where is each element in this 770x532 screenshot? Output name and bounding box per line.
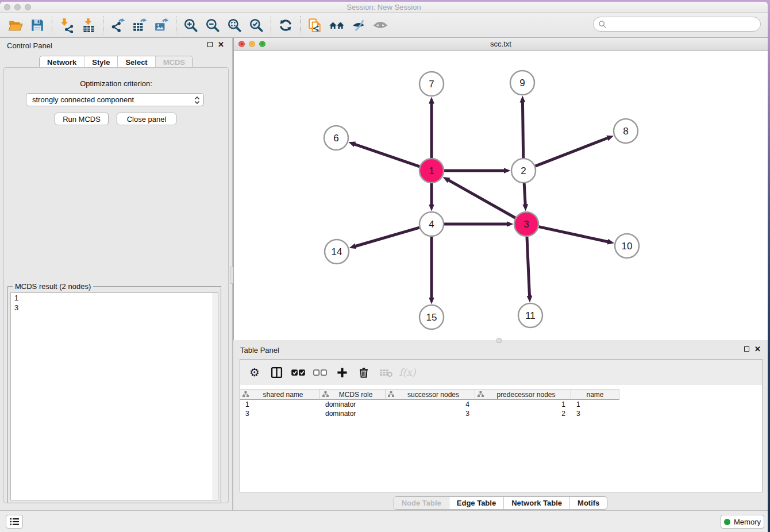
column-header-MCDS-role[interactable]: MCDS role [320, 389, 386, 400]
table-cell[interactable]: dominator [320, 409, 386, 418]
table-cell[interactable]: 1 [571, 400, 619, 409]
mcds-result-title: MCDS result (2 nodes) [13, 282, 93, 291]
table-cell[interactable]: 1 [240, 400, 320, 409]
tab-node-table[interactable]: Node Table [394, 497, 449, 509]
close-table-panel-icon[interactable]: ✕ [754, 346, 761, 352]
table-rows: 1dominator4113dominator323 [240, 400, 762, 418]
float-table-panel-icon[interactable] [744, 346, 749, 352]
run-mcds-button[interactable]: Run MCDS [55, 113, 109, 125]
close-panel-icon[interactable]: ✕ [218, 41, 224, 48]
export-network-icon[interactable] [107, 15, 129, 36]
table-cell[interactable]: 3 [240, 409, 320, 418]
criterion-dropdown[interactable]: strongly connected component [26, 93, 204, 106]
export-table-icon[interactable] [129, 15, 151, 36]
mcds-result-value[interactable]: 3 [11, 303, 218, 313]
tab-motifs[interactable]: Motifs [569, 497, 607, 509]
refresh-view-icon[interactable] [275, 15, 297, 36]
graph-node-14[interactable]: 14 [325, 240, 349, 264]
close-panel-button[interactable]: Close panel [117, 113, 176, 125]
tab-mcds[interactable]: MCDS [155, 56, 192, 68]
toolbar-separator [300, 16, 301, 34]
network-view-window: × − + scc.txt 7968124314101511 [233, 38, 768, 340]
graph-node-2[interactable]: 2 [511, 159, 536, 183]
edge-3-11[interactable] [527, 237, 530, 296]
zoom-selected-icon[interactable] [245, 15, 267, 36]
tab-network-table[interactable]: Network Table [503, 497, 569, 509]
result-scrollbar[interactable] [213, 293, 218, 500]
hide-details-icon[interactable] [348, 15, 369, 36]
zoom-in-icon[interactable] [180, 15, 202, 36]
float-panel-icon[interactable] [207, 42, 213, 47]
graph-node-4[interactable]: 4 [419, 212, 444, 236]
graph-node-9[interactable]: 9 [510, 71, 534, 95]
tab-edge-table[interactable]: Edge Table [449, 497, 503, 509]
zoom-fit-icon[interactable] [224, 15, 245, 36]
attribute-tree-icon [478, 390, 484, 400]
graph-node-1[interactable]: 1 [419, 159, 444, 183]
edge-2-8[interactable] [536, 138, 608, 166]
graph-node-6[interactable]: 6 [324, 126, 348, 150]
svg-text:11: 11 [525, 310, 536, 321]
toolbar-separator [103, 16, 103, 34]
deselect-all-icon[interactable] [311, 364, 329, 381]
import-table-icon[interactable] [78, 15, 99, 36]
settings-icon[interactable]: ⚙ [246, 364, 263, 381]
add-column-icon[interactable] [333, 364, 351, 381]
edge-2-9[interactable] [522, 102, 523, 158]
network-canvas[interactable]: 7968124314101511 [234, 51, 768, 340]
select-all-icon[interactable] [290, 364, 307, 381]
home-view-icon[interactable] [326, 15, 348, 36]
mcds-result-list[interactable]: 13 [10, 292, 218, 500]
column-header-successor-nodes[interactable]: successor nodes [386, 389, 475, 400]
table-row[interactable]: 1dominator411 [240, 400, 762, 409]
search-field[interactable] [593, 17, 761, 32]
column-header-name[interactable]: name [571, 389, 619, 400]
table-cell[interactable]: 2 [475, 409, 571, 418]
graph-node-7[interactable]: 7 [419, 72, 444, 96]
show-details-icon[interactable] [369, 15, 391, 36]
table-row[interactable]: 3dominator323 [240, 409, 762, 418]
table-panel-title: Table Panel [240, 346, 279, 354]
application-window: Session: New Session Control Panel ✕ Net… [0, 2, 768, 532]
column-header-shared-name[interactable]: shared name [240, 389, 320, 400]
mcds-panel: Optimization criterion: strongly connect… [3, 67, 229, 503]
split-panel-icon[interactable] [268, 364, 285, 381]
edge-3-1[interactable] [449, 180, 515, 218]
main-titlebar: Session: New Session [0, 2, 768, 13]
graph-node-8[interactable]: 8 [614, 119, 638, 143]
import-network-icon[interactable] [56, 15, 78, 36]
task-history-button[interactable] [6, 515, 23, 529]
zoom-out-icon[interactable] [202, 15, 224, 36]
tab-network[interactable]: Network [40, 56, 84, 68]
svg-text:14: 14 [332, 246, 342, 257]
graph-node-10[interactable]: 10 [615, 234, 639, 258]
duplicate-network-view-icon[interactable] [304, 15, 326, 36]
graph-node-15[interactable]: 15 [419, 305, 444, 329]
search-input[interactable] [610, 20, 756, 29]
mcds-result-value[interactable]: 1 [11, 293, 218, 303]
delete-column-icon[interactable] [355, 364, 372, 381]
delete-table-icon [377, 364, 394, 381]
export-image-icon[interactable] [151, 15, 172, 36]
table-cell[interactable]: 3 [386, 409, 475, 418]
table-cell[interactable]: 1 [475, 400, 571, 409]
table-cell[interactable]: dominator [320, 400, 386, 409]
edge-4-14[interactable] [356, 228, 419, 246]
save-session-icon[interactable] [26, 15, 48, 36]
tab-select[interactable]: Select [117, 56, 155, 68]
edge-2-3[interactable] [524, 183, 525, 205]
graph-node-3[interactable]: 3 [514, 212, 538, 236]
tab-style[interactable]: Style [84, 56, 117, 68]
graph-node-11[interactable]: 11 [518, 303, 542, 327]
table-cell[interactable]: 3 [571, 409, 619, 418]
toolbar-separator [52, 16, 52, 34]
dropdown-chevrons-icon [194, 96, 200, 105]
edge-3-10[interactable] [538, 227, 607, 242]
workspace-area: × − + scc.txt 7968124314101511 Table Pan… [233, 38, 768, 510]
edge-1-6[interactable] [355, 144, 419, 167]
open-file-icon[interactable] [5, 15, 26, 36]
svg-text:15: 15 [426, 312, 437, 323]
column-header-predecessor-nodes[interactable]: predecessor nodes [475, 389, 571, 400]
memory-button[interactable]: Memory [721, 515, 764, 529]
table-cell[interactable]: 4 [386, 400, 475, 409]
